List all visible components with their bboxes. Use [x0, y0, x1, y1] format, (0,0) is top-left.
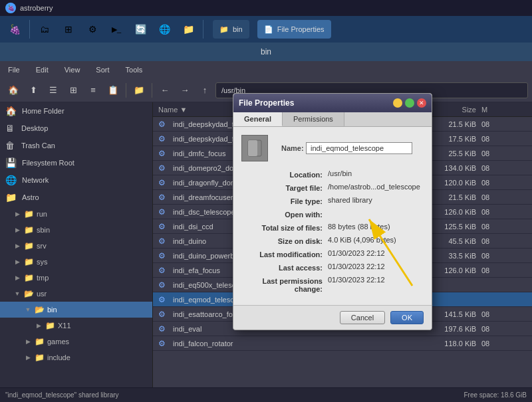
- folder-tmp-icon: 📁: [24, 273, 34, 282]
- toolbar-list-btn[interactable]: ≡: [84, 81, 102, 100]
- toolbar-forward-btn[interactable]: →: [176, 81, 194, 100]
- file-icon-0: ⚙: [158, 120, 169, 129]
- dialog-body: Name: Location: /usr/bin Target file: /h…: [233, 127, 432, 305]
- tree-item-games[interactable]: ▶ 📁 games: [0, 334, 152, 350]
- app-title: astroberry: [20, 4, 53, 12]
- taskbar-folder-btn[interactable]: 📁: [178, 19, 199, 40]
- file-icon-14: ⚙: [158, 324, 169, 334]
- dialog-file-icon: [241, 135, 268, 161]
- col-header-size[interactable]: Size: [426, 106, 479, 114]
- tree-item-usr[interactable]: ▼ 📂 usr: [0, 286, 152, 302]
- size-on-disk-label: Size on disk:: [241, 236, 328, 245]
- file-icon-13: ⚙: [158, 310, 169, 319]
- dialog-titlebar: File Properties ✕: [233, 94, 432, 112]
- taskbar-grid-btn[interactable]: ⊞: [58, 19, 79, 40]
- toolbar-sep2: [152, 83, 152, 98]
- size-on-disk-row: Size on disk: 4.0 KiB (4,096 bytes): [241, 236, 424, 245]
- window-title: bin: [0, 43, 532, 61]
- toolbar-menu-btn[interactable]: ☰: [44, 81, 63, 100]
- file-icon-12: ⚙: [158, 295, 169, 304]
- name-label: Name:: [281, 144, 304, 152]
- menu-edit[interactable]: Edit: [33, 64, 51, 75]
- toolbar-folder-btn[interactable]: 📁: [130, 81, 148, 100]
- ok-button[interactable]: OK: [390, 311, 424, 324]
- expand-sys: ▶: [13, 258, 21, 265]
- dialog-title: File Properties: [239, 98, 294, 108]
- svg-rect-1: [248, 140, 257, 156]
- expand-include: ▶: [24, 354, 32, 361]
- taskbar-files-btn[interactable]: 🗂: [34, 19, 55, 40]
- sidebar-item-desktop[interactable]: 🖥 Desktop: [0, 120, 152, 137]
- last-perm-value: 01/30/2023 22:12: [328, 276, 424, 284]
- target-label: Target file:: [241, 183, 328, 192]
- file-name-input[interactable]: [306, 142, 412, 154]
- taskbar-globe-btn[interactable]: 🌐: [154, 19, 175, 40]
- dialog-minimize-btn[interactable]: [393, 98, 402, 108]
- toolbar-sep: [126, 83, 126, 98]
- tree-item-sys[interactable]: ▶ 📁 sys: [0, 254, 152, 270]
- sidebar-item-filesystem[interactable]: 💾 Filesystem Root: [0, 154, 152, 171]
- sidebar-item-trash[interactable]: 🗑 Trash Can: [0, 137, 152, 154]
- folder-include-icon: 📁: [35, 353, 45, 362]
- taskbar-refresh-btn[interactable]: 🔄: [130, 19, 151, 40]
- folder-usr-icon: 📂: [24, 289, 34, 298]
- dialog-window-buttons: ✕: [393, 98, 426, 108]
- taskbar-start-btn[interactable]: 🍇: [4, 19, 25, 40]
- desktop-icon: 🖥: [5, 123, 16, 134]
- total-size-value: 88 bytes (88 bytes): [328, 223, 424, 231]
- file-icon-10: ⚙: [158, 266, 169, 275]
- taskbar-window-bin[interactable]: 📁 bin: [213, 20, 249, 39]
- tree-item-bin[interactable]: ▼ 📂 bin: [0, 302, 152, 318]
- taskbar-sep-1: [29, 20, 30, 39]
- file-icon-7: ⚙: [158, 222, 169, 231]
- file-icon-11: ⚙: [158, 280, 169, 290]
- toolbar-details-btn[interactable]: 📋: [104, 81, 122, 100]
- taskbar-sep-2: [203, 20, 203, 39]
- sidebar-item-home[interactable]: 🏠 Home Folder: [0, 102, 152, 120]
- menu-sort[interactable]: Sort: [93, 64, 112, 75]
- tab-general[interactable]: General: [233, 112, 283, 126]
- file-icon-5: ⚙: [158, 193, 169, 202]
- dialog-close-btn[interactable]: ✕: [417, 98, 426, 108]
- sidebar-item-network[interactable]: 🌐 Network: [0, 171, 152, 189]
- toolbar-up-btn[interactable]: ⬆: [24, 81, 43, 100]
- file-icon-8: ⚙: [158, 237, 169, 246]
- taskbar-window-properties[interactable]: 📄 File Properties: [257, 20, 331, 39]
- tree-item-include[interactable]: ▶ 📁 include: [0, 350, 152, 365]
- toolbar-grid-btn[interactable]: ⊞: [64, 81, 82, 100]
- tree-item-x11[interactable]: ▶ 📁 X11: [0, 318, 152, 334]
- file-type-value: shared library: [328, 196, 424, 204]
- col-header-mod[interactable]: M: [479, 106, 532, 114]
- filesystem-icon: 💾: [5, 157, 17, 168]
- taskbar: 🍇 🗂 ⊞ ⚙ ▶_ 🔄 🌐 📁 📁 bin 📄 File Properties: [0, 16, 532, 43]
- file-icon-4: ⚙: [158, 178, 169, 187]
- toolbar-home-btn[interactable]: 🏠: [4, 81, 23, 100]
- menu-file[interactable]: File: [5, 64, 23, 75]
- status-right: Free space: 18.6 GiB: [464, 391, 527, 399]
- menu-bar: File Edit View Sort Tools: [0, 61, 532, 78]
- size-on-disk-value: 4.0 KiB (4,096 bytes): [328, 236, 424, 244]
- sidebar-item-astro[interactable]: 📁 Astro: [0, 189, 152, 206]
- dialog-maximize-btn[interactable]: [405, 98, 414, 108]
- tab-permissions[interactable]: Permissions: [283, 112, 344, 126]
- menu-tools[interactable]: Tools: [123, 64, 146, 75]
- cancel-button[interactable]: Cancel: [340, 311, 385, 324]
- expand-run: ▶: [13, 211, 21, 217]
- taskbar-terminal-btn[interactable]: ▶_: [106, 19, 127, 40]
- tree-item-srv[interactable]: ▶ 📁 srv: [0, 238, 152, 254]
- tree-item-run[interactable]: ▶ 📁 run: [0, 206, 152, 222]
- toolbar-back-btn[interactable]: ←: [156, 81, 174, 100]
- tree-item-sbin[interactable]: ▶ 📁 sbin: [0, 222, 152, 238]
- window-icon-2: 📄: [264, 25, 273, 34]
- network-icon: 🌐: [5, 175, 17, 185]
- toolbar-up2-btn[interactable]: ↑: [196, 81, 214, 100]
- last-mod-row: Last modification: 01/30/2023 22:12: [241, 249, 424, 258]
- taskbar-settings-btn[interactable]: ⚙: [82, 19, 103, 40]
- menu-view[interactable]: View: [62, 64, 83, 75]
- file-row-15[interactable]: ⚙indi_falcon_rotator 118.0 KiB 08: [153, 336, 532, 351]
- tree-item-tmp[interactable]: ▶ 📁 tmp: [0, 270, 152, 286]
- file-type-row: File type: shared library: [241, 196, 424, 205]
- expand-games: ▶: [24, 338, 32, 345]
- file-icon-1: ⚙: [158, 134, 169, 144]
- file-icon-9: ⚙: [158, 251, 169, 260]
